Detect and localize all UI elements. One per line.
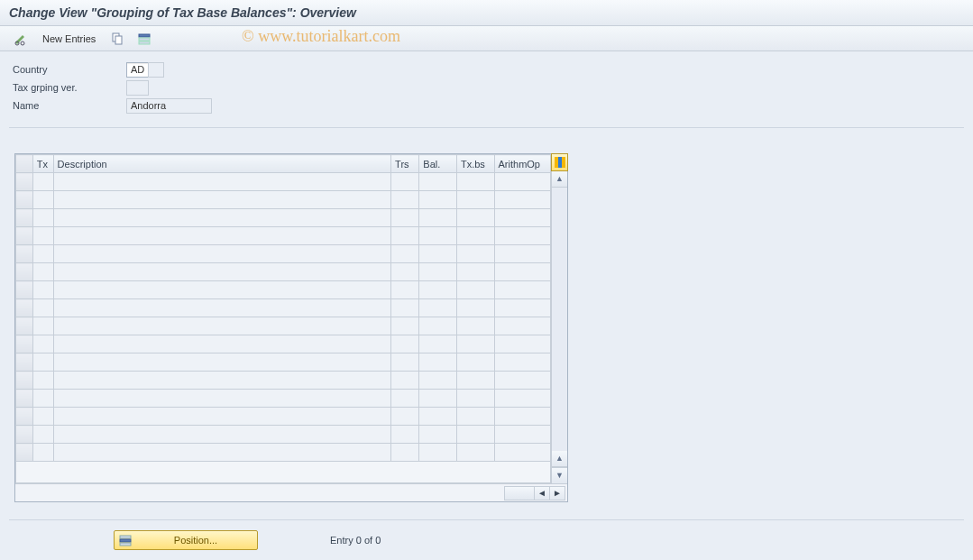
horizontal-scrollbar[interactable] [504, 486, 535, 500]
cell[interactable] [391, 317, 419, 335]
cell[interactable] [32, 281, 53, 299]
cell[interactable] [32, 317, 53, 335]
row-selector[interactable] [16, 372, 33, 390]
cell[interactable] [419, 335, 457, 353]
cell[interactable] [494, 353, 550, 372]
cell[interactable] [53, 335, 391, 353]
cell[interactable] [419, 444, 457, 462]
row-selector[interactable] [16, 299, 33, 317]
cell[interactable] [32, 299, 53, 317]
col-description[interactable]: Description [53, 155, 391, 173]
cell[interactable] [494, 335, 550, 353]
cell[interactable] [53, 372, 391, 390]
position-button[interactable]: Position... [114, 530, 258, 550]
cell[interactable] [391, 408, 419, 426]
cell[interactable] [456, 353, 494, 372]
cell[interactable] [32, 408, 53, 426]
cell[interactable] [456, 317, 494, 335]
row-selector[interactable] [16, 335, 33, 353]
col-bal[interactable]: Bal. [419, 155, 457, 173]
cell[interactable] [494, 372, 550, 390]
row-selector[interactable] [16, 390, 33, 408]
cell[interactable] [419, 372, 457, 390]
cell[interactable] [419, 353, 457, 372]
cell[interactable] [419, 408, 457, 426]
copy-as-button[interactable] [106, 30, 129, 48]
col-tx[interactable]: Tx [32, 155, 53, 173]
vertical-scrollbar[interactable] [552, 188, 567, 451]
cell[interactable] [32, 372, 53, 390]
col-trs[interactable]: Trs [391, 155, 419, 173]
cell[interactable] [494, 173, 550, 191]
cell[interactable] [391, 245, 419, 263]
cell[interactable] [456, 299, 494, 317]
cell[interactable] [53, 173, 391, 191]
cell[interactable] [391, 444, 419, 462]
cell[interactable] [456, 173, 494, 191]
row-selector[interactable] [16, 263, 33, 281]
cell[interactable] [494, 245, 550, 263]
col-select-all[interactable] [16, 155, 33, 173]
cell[interactable] [53, 281, 391, 299]
cell[interactable] [494, 227, 550, 245]
cell[interactable] [419, 426, 457, 444]
cell[interactable] [494, 390, 550, 408]
row-selector[interactable] [16, 444, 33, 462]
cell[interactable] [53, 245, 391, 263]
cell[interactable] [456, 191, 494, 209]
country-field[interactable]: AD [126, 62, 149, 78]
scroll-left-button[interactable]: ◄ [534, 486, 550, 500]
cell[interactable] [32, 263, 53, 281]
cell[interactable] [32, 426, 53, 444]
cell[interactable] [456, 209, 494, 227]
scroll-down-button[interactable]: ▼ [552, 467, 567, 483]
cell[interactable] [32, 390, 53, 408]
cell[interactable] [53, 317, 391, 335]
cell[interactable] [53, 408, 391, 426]
cell[interactable] [419, 191, 457, 209]
row-selector[interactable] [16, 408, 33, 426]
table-settings-button[interactable] [551, 153, 568, 171]
cell[interactable] [419, 227, 457, 245]
cell[interactable] [32, 209, 53, 227]
cell[interactable] [391, 390, 419, 408]
cell[interactable] [53, 426, 391, 444]
row-selector[interactable] [16, 227, 33, 245]
cell[interactable] [53, 299, 391, 317]
cell[interactable] [494, 299, 550, 317]
row-selector[interactable] [16, 281, 33, 299]
cell[interactable] [456, 245, 494, 263]
cell[interactable] [494, 281, 550, 299]
cell[interactable] [53, 353, 391, 372]
cell[interactable] [456, 263, 494, 281]
cell[interactable] [419, 299, 457, 317]
cell[interactable] [391, 299, 419, 317]
country-search-help[interactable] [148, 62, 164, 78]
cell[interactable] [419, 209, 457, 227]
scroll-up2-button[interactable]: ▲ [552, 451, 567, 467]
cell[interactable] [494, 263, 550, 281]
new-entries-button[interactable]: New Entries [36, 30, 102, 48]
cell[interactable] [53, 227, 391, 245]
cell[interactable] [391, 335, 419, 353]
cell[interactable] [419, 317, 457, 335]
col-txbs[interactable]: Tx.bs [456, 155, 494, 173]
cell[interactable] [456, 390, 494, 408]
cell[interactable] [32, 335, 53, 353]
cell[interactable] [494, 209, 550, 227]
cell[interactable] [32, 444, 53, 462]
cell[interactable] [391, 263, 419, 281]
cell[interactable] [32, 227, 53, 245]
row-selector[interactable] [16, 209, 33, 227]
cell[interactable] [391, 209, 419, 227]
cell[interactable] [419, 281, 457, 299]
cell[interactable] [456, 335, 494, 353]
cell[interactable] [494, 408, 550, 426]
scroll-up-button[interactable]: ▲ [552, 171, 567, 188]
cell[interactable] [391, 173, 419, 191]
cell[interactable] [53, 263, 391, 281]
cell[interactable] [494, 444, 550, 462]
cell[interactable] [53, 444, 391, 462]
cell[interactable] [494, 317, 550, 335]
cell[interactable] [53, 209, 391, 227]
